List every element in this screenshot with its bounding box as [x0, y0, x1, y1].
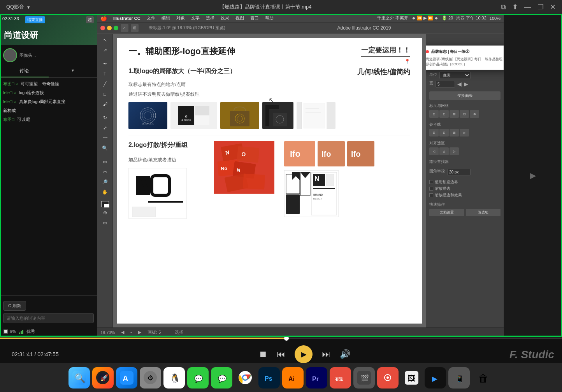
scale-strokes-box[interactable] [429, 187, 433, 191]
selection-tool[interactable]: ↖ [100, 35, 111, 45]
align-right-icon[interactable]: ⊠ [450, 110, 459, 118]
eyedropper-tool[interactable]: 🔍 [100, 144, 111, 153]
menu-text[interactable]: 文字 [191, 15, 200, 21]
direct-selection-tool[interactable]: ↗ [100, 46, 111, 55]
artboard-tool[interactable]: ▭ [100, 157, 111, 166]
close-button[interactable]: ✕ [550, 3, 556, 11]
dock-qq[interactable]: 🐧 [163, 367, 185, 388]
scale-tool[interactable]: ⤢ [100, 123, 111, 133]
scale-strokes-checkbox[interactable]: 缩放描边 [429, 186, 501, 191]
arrange-btn[interactable]: ⊞ [131, 24, 139, 32]
home-btn[interactable]: ⌂ [121, 24, 128, 32]
width-decrease[interactable]: ◀ [457, 81, 462, 87]
dock-photoshop[interactable]: Ps [258, 367, 280, 388]
transform-panel-btn[interactable]: 变换面板 [429, 91, 501, 100]
dock-premiere[interactable]: Pr [306, 367, 327, 388]
width-input[interactable] [436, 81, 455, 88]
dock-photos[interactable]: 🖼 [401, 367, 422, 388]
tab-discussion[interactable]: 讨论 [0, 65, 49, 77]
align-sel-icon-2[interactable]: △ [439, 147, 449, 155]
menu-effect[interactable]: 效果 [221, 15, 229, 21]
properties-button[interactable]: 资选项 [466, 209, 501, 216]
guide-icon-4[interactable]: ▷ [460, 129, 469, 136]
dropdown-arrow[interactable]: ▾ [27, 4, 30, 10]
zoom-tool[interactable]: 🔎 [100, 177, 111, 187]
menu-window[interactable]: 窗口 [250, 15, 259, 21]
slice-tool[interactable]: ✂ [100, 167, 111, 177]
dock-extra[interactable]: 📱 [448, 367, 470, 388]
nav-next[interactable]: ▶ [138, 330, 141, 335]
dock-finder[interactable]: 🔍 [68, 367, 90, 388]
dock-wechat[interactable]: 💬 [211, 367, 232, 388]
image-grid-1: LE SPECIE ✿ [128, 102, 410, 129]
volume-button[interactable]: 🔊 [340, 349, 350, 359]
nav-prev[interactable]: ◀ [121, 330, 124, 335]
chat-content: 可以呢 [17, 117, 30, 122]
shape-tool[interactable]: □ [100, 89, 111, 99]
dock-launchpad[interactable]: 🚀 [92, 367, 114, 388]
close-traffic-light[interactable] [100, 26, 105, 30]
dock-trash[interactable]: 🗑 [472, 367, 494, 388]
minimize-button[interactable]: — [524, 3, 531, 11]
align-sel-icon-1[interactable]: ◁ [429, 147, 439, 155]
dock-youdao[interactable]: 有道 [330, 367, 351, 388]
play-button[interactable] [295, 345, 313, 363]
paintbrush-tool[interactable]: 🖌 [100, 100, 111, 109]
refresh-button[interactable]: C 刷新 [3, 301, 26, 311]
doc-setup-button[interactable]: 文档设置 [429, 209, 464, 216]
draw-mode[interactable]: ⊕ [100, 208, 111, 217]
dock-illustrator[interactable]: Ai [282, 367, 304, 388]
align-sel-icon-3[interactable]: ▷ [450, 147, 459, 155]
color-swatch[interactable] [101, 201, 109, 207]
line-tool[interactable]: ╱ [100, 79, 111, 89]
share-button[interactable]: ⬆ [512, 3, 518, 11]
align-top-icon[interactable]: ⊡ [460, 110, 469, 118]
corner-input[interactable] [447, 169, 471, 175]
pip-button[interactable]: ⧉ [501, 3, 506, 11]
preview-bounds-box[interactable] [429, 180, 433, 184]
guide-icon-2[interactable]: ⊟ [439, 129, 449, 136]
dock-movist[interactable]: ▶ [425, 367, 446, 388]
svg-text:💬: 💬 [194, 374, 203, 383]
stop-button[interactable]: ⏹ [259, 349, 267, 359]
dock-systemprefs[interactable]: ⚙ [140, 367, 161, 388]
menu-select[interactable]: 选择 [206, 15, 214, 21]
menu-file[interactable]: 文件 [147, 15, 155, 21]
menu-edit[interactable]: 编辑 [162, 15, 170, 21]
align-left-icon[interactable]: ⊞ [429, 110, 439, 118]
resize-button[interactable]: ❐ [537, 3, 544, 11]
quick-actions-section: 快速操作 文档设置 资选项 [429, 202, 501, 216]
guide-icon-1[interactable]: ⊞ [429, 129, 439, 136]
scale-effects-box[interactable] [429, 193, 433, 197]
expand-arrow[interactable]: ▶ [530, 171, 536, 180]
width-increase[interactable]: ▶ [464, 81, 468, 87]
chat-input[interactable] [3, 313, 94, 323]
next-button[interactable]: ⏭ [322, 349, 330, 359]
rotate-tool[interactable]: ↻ [100, 113, 111, 122]
hand-tool[interactable]: ✋ [100, 187, 111, 197]
dock-appstore[interactable]: A [116, 367, 137, 388]
guide-icon-3[interactable]: ⊠ [450, 129, 459, 136]
align-middle-icon[interactable]: ⊕ [470, 110, 479, 118]
minimize-traffic-light[interactable] [107, 26, 112, 30]
type-tool[interactable]: T [100, 69, 111, 79]
screen-mode[interactable]: ▭ [100, 218, 111, 228]
end-live-button[interactable]: 结束直播 [25, 16, 45, 23]
dock-chrome[interactable] [235, 367, 256, 388]
unit-select[interactable]: 像素 [439, 72, 471, 79]
prev-button[interactable]: ⏮ [277, 349, 285, 359]
dock-wechatwork[interactable]: 💬 [187, 367, 209, 388]
maximize-traffic-light[interactable] [114, 26, 118, 30]
scale-effects-checkbox[interactable]: 缩放描边和效果 [429, 192, 501, 198]
preview-bounds-checkbox[interactable]: 使用预览边界 [429, 179, 501, 185]
align-center-icon[interactable]: ⊟ [439, 110, 449, 118]
menu-object[interactable]: 对象 [176, 15, 185, 21]
warp-tool[interactable]: 〰 [100, 133, 111, 143]
tab-dropdown[interactable]: ▾ [49, 65, 97, 77]
menu-help[interactable]: 帮助 [265, 15, 274, 21]
dock-neteasemusic[interactable] [377, 367, 399, 388]
menu-view[interactable]: 视图 [235, 15, 244, 21]
dock-finalcut[interactable]: 🎬 [353, 367, 375, 388]
pen-tool[interactable]: ✒ [100, 59, 111, 68]
progress-bar[interactable] [0, 338, 562, 339]
